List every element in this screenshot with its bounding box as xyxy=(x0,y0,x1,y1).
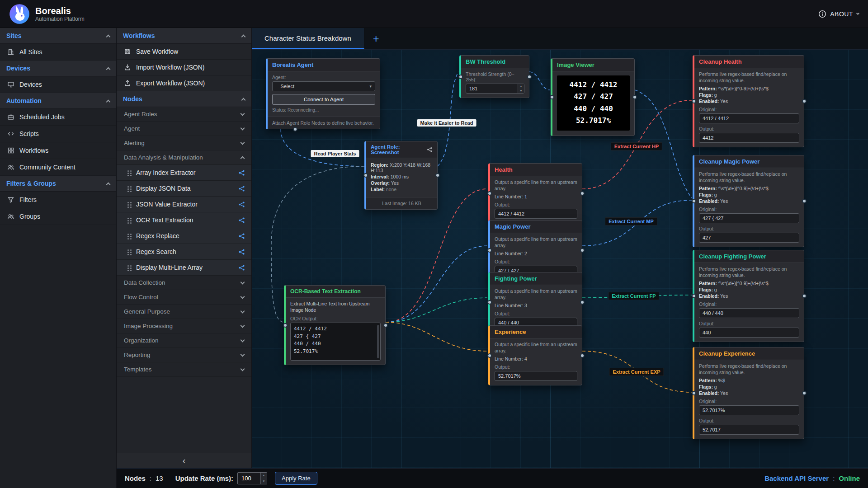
sidebar-item-workflows[interactable]: Workflows xyxy=(0,142,116,159)
category-image-processing[interactable]: Image Processing xyxy=(117,319,251,333)
output-field[interactable] xyxy=(699,133,799,143)
node-cleanup-health[interactable]: Cleanup Health Performs live regex-based… xyxy=(693,55,804,147)
category-templates[interactable]: Templates xyxy=(117,362,251,377)
output-field[interactable] xyxy=(495,209,577,219)
drag-handle-icon[interactable] xyxy=(127,234,129,235)
original-field[interactable] xyxy=(699,213,799,223)
node-ocr-text-extraction[interactable]: OCR-Based Text Extraction Extract Multi-… xyxy=(284,285,386,365)
import-workflow-button[interactable]: Import Workflow (JSON) xyxy=(117,60,251,75)
original-field[interactable] xyxy=(699,113,799,123)
output-field[interactable] xyxy=(699,233,799,243)
category-general-purpose[interactable]: General Purpose xyxy=(117,305,251,319)
input-port[interactable] xyxy=(487,300,492,305)
sidebar-item-filters[interactable]: Filters xyxy=(0,192,116,208)
sidebar-item-devices[interactable]: Devices xyxy=(0,76,116,93)
nodes-section-header[interactable]: Nodes xyxy=(117,91,251,107)
node-cleanup-magic-power[interactable]: Cleanup Magic Power Performs live regex-… xyxy=(693,155,804,247)
apply-rate-button[interactable]: Apply Rate xyxy=(275,472,317,485)
input-port[interactable] xyxy=(487,191,492,196)
output-field[interactable] xyxy=(495,371,577,381)
save-workflow-button[interactable]: Save Workflow xyxy=(117,44,251,60)
original-field[interactable] xyxy=(699,405,799,415)
input-port[interactable] xyxy=(283,323,288,328)
add-tab-button[interactable]: + xyxy=(364,28,388,49)
export-workflow-button[interactable]: Export Workflow (JSON) xyxy=(117,75,251,91)
output-port[interactable] xyxy=(527,75,532,79)
threshold-strength-input[interactable] xyxy=(466,84,524,94)
category-data-collection[interactable]: Data Collection xyxy=(117,276,251,290)
output-port[interactable] xyxy=(580,248,585,253)
panel-collapse-button[interactable]: ‹ xyxy=(117,453,251,468)
input-port[interactable] xyxy=(550,95,554,99)
input-port[interactable] xyxy=(458,75,463,79)
workflow-canvas[interactable]: Borealis Agent Agent: -- Select -- ▾ Con… xyxy=(252,50,868,468)
output-port[interactable] xyxy=(802,391,807,395)
connect-to-agent-button[interactable]: Connect to Agent xyxy=(272,94,375,105)
palette-node-display-json-data[interactable]: Display JSON Data xyxy=(117,181,251,197)
palette-node-regex-search[interactable]: Regex Search xyxy=(117,244,251,260)
output-port[interactable] xyxy=(580,353,585,358)
palette-node-array-index-extractor[interactable]: Array Index Extractor xyxy=(117,165,251,181)
category-alerting[interactable]: Alerting xyxy=(117,136,251,150)
drag-handle-icon[interactable] xyxy=(127,218,129,219)
output-field[interactable] xyxy=(699,328,799,338)
node-agent-role-screenshot[interactable]: Agent Role: Screenshot Region: X:200 Y:4… xyxy=(364,141,438,210)
output-port[interactable] xyxy=(580,300,585,305)
node-cleanup-fighting-power[interactable]: Cleanup Fighting Power Performs live reg… xyxy=(693,250,804,342)
node-image-viewer[interactable]: Image Viewer 4412 / 4412 427 / 427 440 /… xyxy=(551,58,635,136)
brand[interactable]: Borealis Automation Platform xyxy=(9,4,85,24)
sidebar-item-scheduled-jobs[interactable]: Scheduled Jobs xyxy=(0,109,116,126)
category-reporting[interactable]: Reporting xyxy=(117,348,251,362)
input-port[interactable] xyxy=(487,248,492,253)
sidebar-section-filters-groups[interactable]: Filters & Groups xyxy=(0,176,116,192)
sidebar-section-sites[interactable]: Sites xyxy=(0,28,116,44)
drag-handle-icon[interactable] xyxy=(127,249,129,251)
output-port[interactable] xyxy=(435,173,440,178)
tab-character-status-breakdown[interactable]: Character Status Breakdown xyxy=(252,28,364,49)
sidebar-item-community-content[interactable]: Community Content xyxy=(0,159,116,176)
output-port[interactable] xyxy=(383,323,388,328)
drag-handle-icon[interactable] xyxy=(127,265,129,267)
output-port[interactable] xyxy=(802,294,807,298)
original-field[interactable] xyxy=(699,308,799,318)
output-port[interactable] xyxy=(632,95,637,99)
sidebar-section-automation[interactable]: Automation xyxy=(0,93,116,109)
agent-select[interactable]: -- Select -- ▾ xyxy=(272,81,375,91)
category-agent[interactable]: Agent xyxy=(117,122,251,136)
palette-node-regex-replace[interactable]: Regex Replace xyxy=(117,228,251,244)
category-organization[interactable]: Organization xyxy=(117,333,251,348)
category-flow-control[interactable]: Flow Control xyxy=(117,290,251,305)
stepper-control[interactable]: ▲▼ xyxy=(518,84,524,93)
drag-handle-icon[interactable] xyxy=(127,170,129,172)
workflows-section-header[interactable]: Workflows xyxy=(117,28,251,44)
palette-node-ocr-text-extraction[interactable]: OCR Text Extraction xyxy=(117,212,251,228)
output-port[interactable] xyxy=(802,99,807,103)
category-data-analysis[interactable]: Data Analysis & Manipulation xyxy=(117,150,251,165)
output-field[interactable] xyxy=(699,425,799,435)
node-fighting-power[interactable]: Fighting Power Output a specific line fr… xyxy=(488,272,582,332)
palette-node-json-value-extractor[interactable]: JSON Value Extractor xyxy=(117,197,251,212)
sidebar-section-devices[interactable]: Devices xyxy=(0,61,116,76)
scrollbar[interactable] xyxy=(377,325,379,358)
input-port[interactable] xyxy=(487,353,492,358)
node-magic-power[interactable]: Magic Power Output a specific line from … xyxy=(488,220,582,280)
output-port[interactable] xyxy=(802,199,807,203)
drag-handle-icon[interactable] xyxy=(127,186,129,188)
drag-handle-icon[interactable] xyxy=(127,202,129,203)
ocr-output-textarea[interactable]: 4412 / 4412 427 { 427 440 / 440 52.7017% xyxy=(290,323,381,361)
category-agent-roles[interactable]: Agent Roles xyxy=(117,107,251,122)
node-experience[interactable]: Experience Output a specific line from a… xyxy=(488,325,582,385)
node-cleanup-experience[interactable]: Cleanup Experience Performs live regex-b… xyxy=(693,347,804,439)
output-port[interactable] xyxy=(293,127,297,131)
node-health[interactable]: Health Output a specific line from an up… xyxy=(488,163,582,223)
output-port[interactable] xyxy=(580,191,585,196)
sidebar-item-groups[interactable]: Groups xyxy=(0,208,116,225)
stepper-control[interactable]: ▲▼ xyxy=(260,473,267,484)
sidebar-item-all-sites[interactable]: All Sites xyxy=(0,44,116,61)
palette-node-display-multi-line-array[interactable]: Display Multi-Line Array xyxy=(117,260,251,276)
share-icon[interactable] xyxy=(427,146,433,153)
node-borealis-agent[interactable]: Borealis Agent Agent: -- Select -- ▾ Con… xyxy=(266,58,380,129)
sidebar-item-scripts[interactable]: Scripts xyxy=(0,126,116,142)
about-menu[interactable]: ABOUT xyxy=(818,10,859,18)
node-bw-threshold[interactable]: BW Threshold Threshold Strength (0–255):… xyxy=(459,55,529,98)
